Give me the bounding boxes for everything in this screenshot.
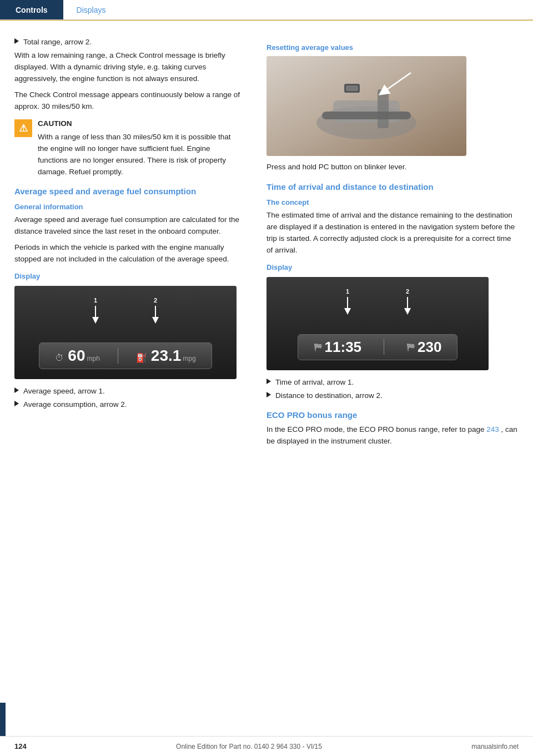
- blinker-photo-svg: [266, 56, 466, 156]
- dash-bar-left: ⏱ 60 mph ⛽ 23.1 mpg: [39, 342, 212, 369]
- photo-image-blinker: [266, 56, 466, 156]
- svg-rect-6: [322, 112, 411, 119]
- svg-rect-8: [346, 85, 358, 91]
- arrow-1-number: 1: [94, 297, 97, 304]
- time-icon: 🏁: [314, 343, 323, 351]
- dash-divider: [118, 348, 118, 364]
- dash-display-right: 1 2: [266, 277, 489, 370]
- main-content: Total range, arrow 2. With a low remaini…: [0, 20, 533, 457]
- speed-value: 60: [68, 347, 85, 365]
- para-check-control: The Check Control message appears contin…: [14, 89, 241, 113]
- dist-icon: 🏁: [406, 343, 415, 351]
- tab-displays-label: Displays: [77, 6, 106, 14]
- para-press-hold: Press and hold PC button on blinker leve…: [266, 162, 519, 173]
- arrow-2-number: 2: [154, 297, 157, 304]
- arrow-down-2: 2: [148, 297, 163, 325]
- caution-title: CAUTION: [38, 118, 241, 130]
- footer-text: Online Edition for Part no. 0140 2 964 3…: [176, 743, 322, 750]
- arrow-down-r2: 2: [400, 288, 415, 316]
- subsection-resetting: Resetting average values: [266, 43, 519, 52]
- right-column: Resetting average values: [255, 31, 533, 457]
- dash-dist: 🏁 230: [406, 339, 441, 356]
- bullet-tri-2: [14, 401, 19, 406]
- bullet-avg-consumption: Average consumption, arrow 2.: [14, 399, 241, 410]
- arrow-down-1: 1: [88, 297, 103, 325]
- arrow-2-svg: [148, 305, 163, 325]
- caution-body: With a range of less than 30 miles/50 km…: [38, 133, 230, 176]
- bullet-avg-speed-text: Average speed, arrow 1.: [23, 386, 105, 397]
- tab-controls[interactable]: Controls: [0, 0, 63, 19]
- caution-box: ⚠ CAUTION With a range of less than 30 m…: [14, 118, 241, 178]
- fuel-icon: ⛽: [136, 352, 147, 363]
- arrow-r1-number: 1: [346, 288, 349, 295]
- bullet-arrow-icon: [14, 38, 19, 44]
- caution-text: CAUTION With a range of less than 30 mil…: [38, 118, 241, 178]
- header-line: [0, 20, 533, 21]
- dash-arrows-right: 1 2: [266, 288, 489, 316]
- time-value: 11:35: [325, 339, 362, 356]
- arrow-r2-number: 2: [406, 288, 409, 295]
- para-avg1: Average speed and average fuel consumpti…: [14, 214, 241, 238]
- para-avg2: Periods in which the vehicle is parked w…: [14, 242, 241, 265]
- photo-interior: [266, 56, 466, 156]
- fuel-unit: mpg: [183, 355, 195, 362]
- dash-speed: ⏱ 60 mph: [55, 347, 100, 365]
- footer-logo-text: manualsinfo.net: [471, 743, 519, 750]
- para-concept: The estimated time of arrival and the di…: [266, 210, 519, 256]
- para-low-range: With a low remaining range, a Check Cont…: [14, 50, 241, 85]
- arrow-1-svg: [88, 305, 103, 325]
- dash-bar-right: 🏁 11:35 🏁 230: [298, 334, 458, 360]
- subsection-display-left: Display: [14, 272, 241, 280]
- bullet-total-range-text: Total range, arrow 2.: [23, 37, 92, 48]
- page-number: 124: [14, 742, 27, 750]
- bullet-distance: Distance to destination, arrow 2.: [266, 390, 519, 401]
- subsection-concept: The concept: [266, 198, 519, 206]
- left-column: Total range, arrow 2. With a low remaini…: [0, 31, 255, 457]
- arrow-r1-svg: [340, 296, 355, 316]
- bullet-time-text: Time of arrival, arrow 1.: [275, 377, 354, 388]
- bullet-tri-r2: [266, 392, 271, 397]
- svg-rect-5: [378, 89, 389, 128]
- subsection-general-title: General information: [14, 203, 241, 211]
- tab-controls-label: Controls: [16, 6, 48, 14]
- dist-value: 230: [418, 339, 441, 356]
- section-eco-title: ECO PRO bonus range: [266, 410, 519, 420]
- eco-page-link[interactable]: 243: [486, 425, 499, 434]
- bullet-tri-r1: [266, 379, 271, 384]
- fuel-value: 23.1: [151, 347, 182, 365]
- dash-time: 🏁 11:35: [314, 339, 362, 356]
- footer: 124 Online Edition for Part no. 0140 2 9…: [0, 736, 533, 756]
- display-image-left: 1 2: [14, 286, 237, 379]
- bullet-tri-1: [14, 387, 19, 393]
- header-tabs: Controls Displays: [0, 0, 533, 20]
- speed-unit: mph: [87, 355, 99, 362]
- dash-arrows-left: 1 2: [14, 297, 237, 325]
- display-image-right: 1 2: [266, 277, 489, 370]
- caution-icon: ⚠: [14, 119, 32, 137]
- dash-fuel: ⛽ 23.1 mpg: [136, 347, 196, 365]
- bullet-avg-consumption-text: Average consumption, arrow 2.: [23, 399, 127, 410]
- bullet-avg-speed: Average speed, arrow 1.: [14, 386, 241, 397]
- arrow-down-r1: 1: [340, 288, 355, 316]
- subsection-display-right: Display: [266, 263, 519, 271]
- bullet-total-range: Total range, arrow 2.: [14, 37, 241, 48]
- arrow-r2-svg: [400, 296, 415, 316]
- para-eco-text: In the ECO PRO mode, the ECO PRO bonus r…: [266, 425, 484, 434]
- dash-display-left: 1 2: [14, 286, 237, 379]
- dash-divider-right: [384, 339, 384, 355]
- bullet-dist-text: Distance to destination, arrow 2.: [275, 390, 383, 401]
- para-eco: In the ECO PRO mode, the ECO PRO bonus r…: [266, 424, 519, 447]
- speed-icon: ⏱: [55, 353, 64, 363]
- tab-displays[interactable]: Displays: [63, 0, 119, 19]
- section-avg-title: Average speed and average fuel consumpti…: [14, 187, 241, 196]
- section-time-title: Time of arrival and distance to destinat…: [266, 182, 519, 191]
- bullet-time-arrival: Time of arrival, arrow 1.: [266, 377, 519, 388]
- bottom-blue-bar: [0, 703, 6, 736]
